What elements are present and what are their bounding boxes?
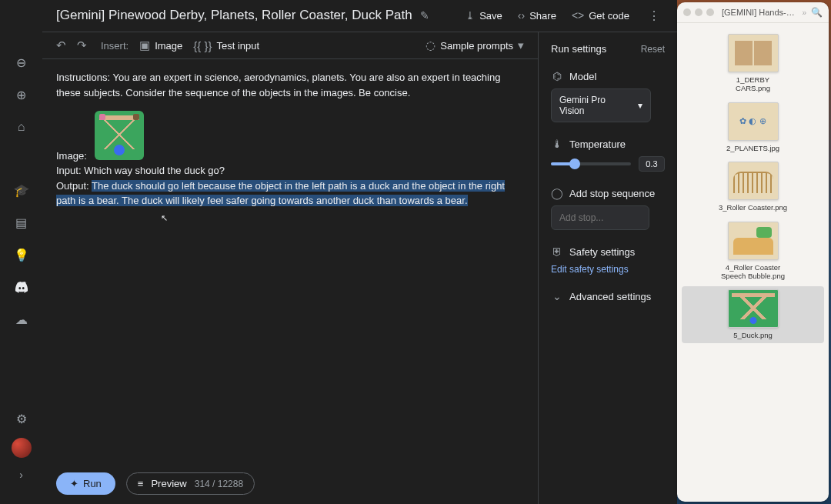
shield-icon: ⛨ (551, 245, 563, 258)
run-button[interactable]: ✦ Run (56, 472, 115, 495)
image-label: Image: (56, 149, 87, 164)
discord-icon[interactable] (13, 279, 30, 295)
file-name: 4_Roller Coaster Speech Bubble.png (719, 263, 788, 281)
prompt-image-thumbnail[interactable] (95, 111, 144, 160)
temperature-icon: 🌡 (551, 138, 563, 150)
editor-column: ↶ ↷ Insert: ▣Image {{ }}Test input ◌ Sam… (42, 32, 539, 504)
inbox-icon[interactable]: ⌂ (13, 118, 30, 135)
search-icon[interactable]: 🔍 (811, 7, 823, 18)
cursor-icon: ↖ (161, 212, 538, 225)
file-name: 5_Duck.png (733, 331, 773, 339)
reset-button[interactable]: Reset (641, 44, 665, 55)
sample-prompts-dropdown[interactable]: ◌ Sample prompts ▾ (426, 38, 524, 52)
stop-sequence-input[interactable] (551, 205, 649, 230)
temperature-label: Temperature (569, 139, 626, 150)
window-controls[interactable] (683, 8, 714, 16)
model-icon: ⌬ (551, 70, 563, 82)
file-name: 3_Roller Coaster.png (719, 203, 787, 212)
bottom-bar: ✦ Run ≡ Preview 314 / 12288 (42, 463, 538, 504)
braces-icon: {{ }} (193, 39, 212, 52)
stop-icon: ◯ (551, 187, 563, 199)
temperature-slider[interactable] (551, 162, 631, 165)
top-bar: [Gemini] Pinewood Derby, Planets, Roller… (42, 0, 677, 32)
insert-label: Insert: (101, 40, 128, 52)
edit-safety-link[interactable]: Edit safety settings (551, 264, 665, 275)
safety-label: Safety settings (569, 246, 635, 258)
stop-sequence-label: Add stop sequence (569, 188, 655, 199)
insert-test-input-button[interactable]: {{ }}Test input (193, 39, 259, 52)
collapse-rail-icon[interactable]: › (19, 469, 23, 481)
page-title: [Gemini] Pinewood Derby, Planets, Roller… (56, 8, 412, 23)
model-select[interactable]: Gemini Pro Vision ▾ (551, 88, 651, 122)
file-item[interactable]: 2_PLANETS.jpg (682, 99, 824, 155)
image-icon: ▣ (139, 38, 150, 52)
file-item[interactable]: 5_Duck.png (682, 286, 824, 342)
finder-body: 1_DERBY CARS.png 2_PLANETS.jpg 3_Roller … (677, 23, 829, 502)
insert-image-button[interactable]: ▣Image (139, 38, 182, 52)
file-thumbnail (728, 102, 779, 141)
editor-toolbar: ↶ ↷ Insert: ▣Image {{ }}Test input ◌ Sam… (42, 32, 538, 59)
get-code-button[interactable]: <>Get code (572, 9, 629, 22)
chevron-down-icon: ⌄ (551, 290, 563, 302)
lightbulb-icon: ◌ (426, 38, 436, 52)
preview-icon: ≡ (138, 478, 144, 489)
more-icon[interactable]: » (802, 8, 806, 17)
output-highlight: The duck should go left because the obje… (56, 180, 505, 207)
key-icon[interactable]: ⊖ (13, 54, 30, 71)
left-nav-rail: ⊖ ⊕ ⌂ 🎓 ▤ 💡 ☁ ⚙ › (0, 0, 42, 504)
file-item[interactable]: 1_DERBY CARS.png (682, 31, 824, 96)
main-panel: [Gemini] Pinewood Derby, Planets, Roller… (42, 0, 677, 504)
more-menu-icon[interactable]: ⋮ (645, 8, 663, 23)
token-count: 314 / 12288 (195, 479, 243, 489)
chevron-down-icon: ▾ (638, 100, 642, 111)
file-thumbnail (728, 162, 779, 200)
education-icon[interactable]: 🎓 (13, 182, 30, 199)
save-icon: ⤓ (466, 9, 475, 22)
temperature-value[interactable]: 0.3 (639, 156, 665, 172)
run-settings-title: Run settings (551, 43, 606, 55)
run-settings-panel: Run settings Reset ⌬Model Gemini Pro Vis… (539, 32, 677, 504)
finder-header: [GEMINI] Hands-o… » 🔍 (677, 2, 829, 23)
idea-icon[interactable]: 💡 (13, 246, 30, 263)
instructions-text: Instructions: You are an expert in scien… (56, 70, 524, 100)
preview-button[interactable]: ≡ Preview 314 / 12288 (126, 472, 255, 495)
file-name: 2_PLANETS.jpg (726, 144, 779, 152)
output-line: Output: The duck should go left because … (56, 179, 524, 209)
add-icon[interactable]: ⊕ (13, 86, 30, 103)
prompt-editor[interactable]: Instructions: You are an expert in scien… (42, 59, 538, 463)
settings-icon[interactable]: ⚙ (13, 410, 30, 427)
finder-title: [GEMINI] Hands-o… (722, 8, 797, 17)
input-line: Input: Which way should the duck go? (56, 163, 524, 179)
edit-title-icon[interactable]: ✎ (420, 9, 429, 22)
file-thumbnail (728, 222, 779, 260)
chevron-down-icon: ▾ (518, 38, 524, 52)
file-thumbnail (728, 289, 779, 328)
file-thumbnail (728, 34, 779, 72)
file-name: 1_DERBY CARS.png (719, 75, 788, 93)
redo-icon[interactable]: ↷ (77, 38, 87, 52)
advanced-settings-toggle[interactable]: ⌄Advanced settings (551, 290, 665, 302)
save-button[interactable]: ⤓Save (466, 9, 502, 22)
file-item[interactable]: 4_Roller Coaster Speech Bubble.png (682, 219, 824, 284)
file-item[interactable]: 3_Roller Coaster.png (682, 159, 824, 215)
share-icon: ‹› (518, 9, 525, 22)
finder-window: [GEMINI] Hands-o… » 🔍 1_DERBY CARS.png 2… (677, 2, 829, 502)
cloud-icon[interactable]: ☁ (13, 311, 30, 328)
undo-icon[interactable]: ↶ (56, 38, 66, 52)
code-icon: <> (572, 9, 584, 22)
user-avatar[interactable] (12, 438, 32, 458)
library-icon[interactable]: ▤ (13, 214, 30, 231)
share-button[interactable]: ‹›Share (518, 9, 556, 22)
model-label: Model (569, 71, 596, 82)
